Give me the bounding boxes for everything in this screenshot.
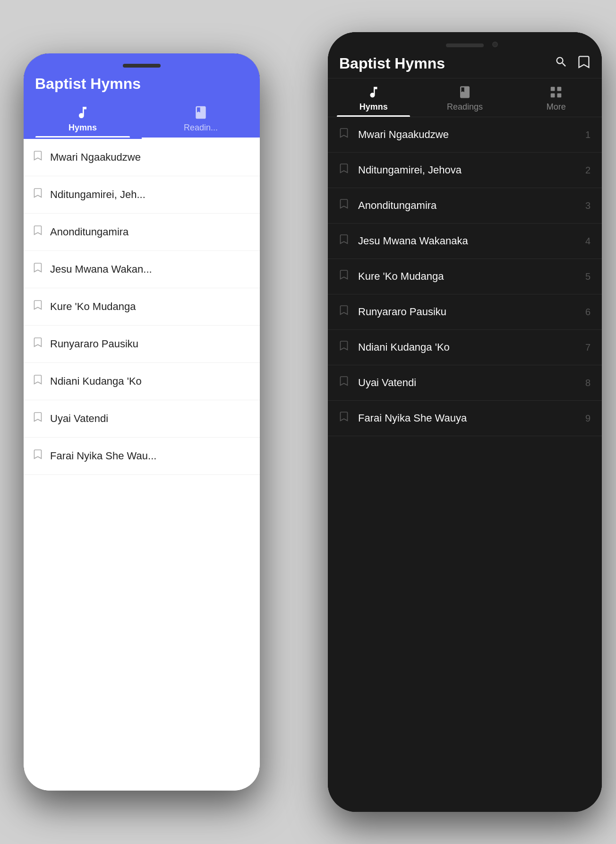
screen-front: Baptist Hymns (328, 32, 602, 812)
hymn-number: 2 (585, 165, 590, 176)
svg-rect-2 (551, 94, 555, 98)
list-item[interactable]: Kure 'Ko Mudanga (24, 288, 260, 326)
hymn-list-back: Mwari Ngaakudzwe Nditungamirei, Jeh... (24, 139, 260, 791)
speaker-front (446, 43, 484, 47)
list-item[interactable]: Kure 'Ko Mudanga 5 (328, 259, 602, 294)
bookmark-icon (339, 163, 349, 177)
bookmark-icon (33, 300, 43, 314)
hymn-number: 1 (585, 129, 590, 140)
tabbar-back: Hymns Readin... (24, 98, 260, 138)
hymn-name: Farai Nyika She Wau... (50, 450, 250, 462)
list-item[interactable]: Ndiani Kudanga 'Ko (24, 363, 260, 400)
list-item[interactable]: Nditungamirei, Jeh... (24, 176, 260, 214)
hymn-name: Nditungamirei, Jeh... (50, 189, 250, 201)
search-button[interactable] (555, 55, 568, 72)
hymn-number: 4 (585, 236, 590, 247)
tab-front-hymns-label: Hymns (359, 102, 388, 112)
header-front: Baptist Hymns (328, 47, 602, 78)
hymn-name: Ndiani Kudanga 'Ko (50, 375, 250, 388)
bookmark-icon (339, 340, 349, 354)
hymn-name: Farai Nyika She Wauya (358, 412, 585, 424)
list-item[interactable]: Runyararo Pausiku (24, 326, 260, 363)
hymn-name: Kure 'Ko Mudanga (358, 270, 585, 283)
bookmark-icon (33, 374, 43, 388)
phone-front: Baptist Hymns (328, 32, 602, 812)
tab-back-hymns[interactable]: Hymns (24, 98, 142, 138)
hymn-name: Anonditungamira (358, 199, 585, 212)
hymn-name: Mwari Ngaakudzwe (358, 129, 585, 141)
list-item[interactable]: Uyai Vatendi (24, 400, 260, 438)
tab-back-hymns-label: Hymns (68, 123, 97, 133)
hymn-name: Nditungamirei, Jehova (358, 164, 585, 176)
list-item[interactable]: Runyararo Pausiku 6 (328, 294, 602, 330)
bookmark-icon (33, 412, 43, 426)
bookmark-icon (33, 262, 43, 276)
hymn-name: Jesu Mwana Wakan... (50, 263, 250, 276)
hymn-name: Runyararo Pausiku (358, 306, 585, 318)
tab-front-readings[interactable]: Readings (419, 78, 510, 117)
list-item[interactable]: Nditungamirei, Jehova 2 (328, 153, 602, 188)
bookmark-icon (339, 198, 349, 213)
phone-back: Baptist Hymns Hymns Readin... (24, 53, 260, 791)
hymn-name: Runyararo Pausiku (50, 338, 250, 350)
hymn-name: Kure 'Ko Mudanga (50, 301, 250, 313)
hymn-list-front: Mwari Ngaakudzwe 1 Nditungamirei, Jehova… (328, 117, 602, 812)
hymn-name: Uyai Vatendi (358, 377, 585, 389)
header-back: Baptist Hymns (24, 68, 260, 98)
list-item[interactable]: Ndiani Kudanga 'Ko 7 (328, 330, 602, 365)
hymn-number: 9 (585, 413, 590, 424)
hymn-name: Uyai Vatendi (50, 413, 250, 425)
bookmark-icon (339, 128, 349, 142)
bookmark-icon (33, 449, 43, 463)
bookmark-icon (33, 150, 43, 164)
tab-back-readings[interactable]: Readin... (142, 98, 260, 138)
tab-front-more[interactable]: More (511, 78, 602, 117)
speaker-back (123, 64, 161, 68)
screen-back: Baptist Hymns Hymns Readin... (24, 53, 260, 791)
list-item[interactable]: Mwari Ngaakudzwe (24, 139, 260, 176)
bookmark-icon (339, 411, 349, 425)
tab-front-hymns[interactable]: Hymns (328, 78, 419, 117)
list-item[interactable]: Farai Nyika She Wau... (24, 438, 260, 475)
bookmark-icon (339, 234, 349, 248)
list-item[interactable]: Jesu Mwana Wakan... (24, 251, 260, 288)
bookmark-icon (339, 305, 349, 319)
list-item[interactable]: Anonditungamira (24, 214, 260, 251)
hymn-number: 8 (585, 378, 590, 388)
hymn-number: 6 (585, 307, 590, 318)
bookmark-icon (339, 376, 349, 390)
header-action-buttons (555, 55, 590, 72)
tabbar-front: Hymns Readings More (328, 78, 602, 117)
hymn-number: 5 (585, 271, 590, 282)
scene: Baptist Hymns Hymns Readin... (0, 0, 616, 844)
list-item[interactable]: Mwari Ngaakudzwe 1 (328, 117, 602, 153)
bookmark-icon (33, 188, 43, 202)
hymn-name: Jesu Mwana Wakanaka (358, 235, 585, 247)
tab-back-readings-label: Readin... (184, 123, 218, 133)
list-item[interactable]: Anonditungamira 3 (328, 188, 602, 224)
bookmark-icon (33, 337, 43, 351)
hymn-name: Ndiani Kudanga 'Ko (358, 341, 585, 353)
hymn-name: Anonditungamira (50, 226, 250, 238)
svg-rect-1 (557, 87, 562, 91)
hymn-number: 3 (585, 200, 590, 211)
tab-front-more-label: More (547, 102, 566, 112)
bookmarks-button[interactable] (577, 55, 590, 72)
bookmark-icon (33, 225, 43, 239)
bookmark-icon (339, 269, 349, 284)
hymn-number: 7 (585, 342, 590, 353)
list-item[interactable]: Jesu Mwana Wakanaka 4 (328, 224, 602, 259)
list-item[interactable]: Farai Nyika She Wauya 9 (328, 401, 602, 436)
svg-rect-3 (557, 94, 562, 98)
svg-rect-0 (551, 87, 555, 91)
front-app-title: Baptist Hymns (339, 55, 445, 72)
hymn-name: Mwari Ngaakudzwe (50, 151, 250, 164)
tab-front-readings-label: Readings (447, 102, 483, 112)
back-app-title: Baptist Hymns (35, 75, 141, 93)
list-item[interactable]: Uyai Vatendi 8 (328, 365, 602, 401)
